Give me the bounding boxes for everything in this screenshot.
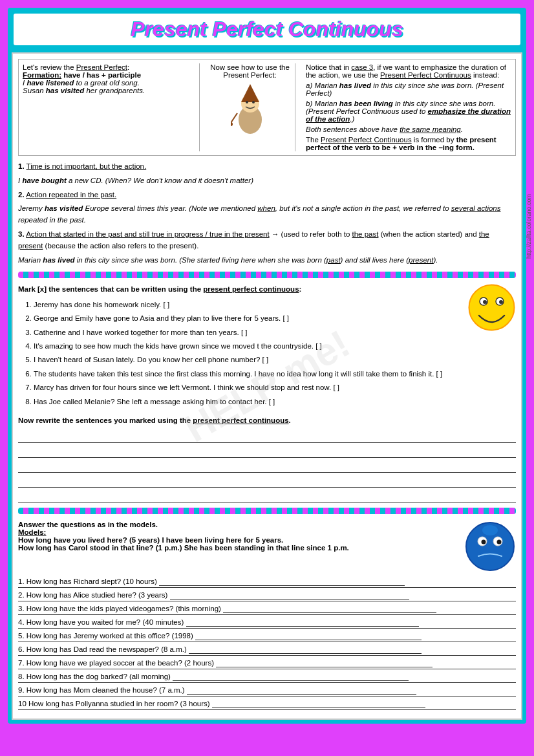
col-mid: Now see how to use the Present Perfect: bbox=[205, 63, 295, 151]
model1: How long have you lived here? (5 years) … bbox=[18, 536, 456, 544]
formation-text: Formation: have / has + participle bbox=[23, 71, 194, 79]
exercise2-content: Answer the questions as in the models. M… bbox=[18, 521, 456, 552]
list-item: 2. How long has Alice studied here? (3 y… bbox=[18, 591, 516, 601]
side-url: http://zallta.colorano.com bbox=[526, 194, 532, 259]
list-item: 1. How long has Richard slept? (10 hours… bbox=[18, 578, 516, 588]
svg-point-16 bbox=[497, 540, 502, 545]
list-item: 10 How long has Pollyanna studied in her… bbox=[18, 700, 516, 710]
list-item: 9. How long has Mom cleaned the house? (… bbox=[18, 686, 516, 697]
models-label: Models: bbox=[18, 528, 456, 536]
list-item: 4. How long have you waited for me? (40 … bbox=[18, 618, 516, 629]
list-item: 6. How long has Dad read the newspaper? … bbox=[18, 645, 516, 656]
list-item: Marcy has driven for four hours since we… bbox=[34, 382, 460, 393]
list-item: Jeremy has done his homework nicely. [ ] bbox=[34, 299, 460, 310]
present-perfect-label: Present Perfect bbox=[76, 63, 127, 71]
grammar-point3-ex: Marian has lived in this city since she … bbox=[18, 255, 516, 266]
svg-marker-2 bbox=[241, 84, 259, 102]
list-item: I haven't heard of Susan lately. Do you … bbox=[34, 354, 460, 365]
svg-point-7 bbox=[469, 285, 515, 330]
exercise2-instruction: Answer the questions as in the models. bbox=[18, 521, 456, 528]
intro-text: Let's review the Present Perfect: bbox=[23, 63, 194, 71]
svg-point-11 bbox=[499, 300, 503, 304]
svg-line-5 bbox=[231, 113, 237, 123]
list-item: 3. How long have the kids played videoga… bbox=[18, 605, 516, 615]
content-area: HELP me! Let's review the Present Perfec… bbox=[12, 52, 522, 720]
svg-point-6 bbox=[231, 122, 233, 126]
example2: Susan has visited her grandparents. bbox=[23, 87, 194, 94]
list-item: 8. How long has the dog barked? (all mor… bbox=[18, 673, 516, 683]
wave-divider bbox=[18, 272, 516, 278]
exercise2-section: Answer the questions as in the models. M… bbox=[18, 521, 516, 710]
list-item: It's amazing to see how much the kids ha… bbox=[34, 340, 460, 352]
write-line[interactable] bbox=[18, 446, 516, 458]
col-left: Let's review the Present Perfect: Format… bbox=[23, 63, 200, 151]
write-line[interactable] bbox=[18, 476, 516, 488]
svg-point-17 bbox=[482, 525, 498, 535]
grammar-point2: 2. Action repeated in the past. bbox=[18, 189, 516, 201]
exercise1-section: Mark [x] the sentences that can be writt… bbox=[18, 283, 516, 503]
mid-text: Now see how to use the Present Perfect: bbox=[210, 63, 290, 79]
example1: I have listened to a great old song. bbox=[23, 79, 194, 87]
write-lines bbox=[18, 431, 516, 502]
right-b: b) Marian has been living in this city s… bbox=[306, 100, 511, 123]
list-item: 7. How long have we played soccer at the… bbox=[18, 659, 516, 669]
model2: How long has Carol stood in that line? (… bbox=[18, 544, 456, 552]
right-a: a) Marian has lived in this city since s… bbox=[306, 81, 511, 97]
title-box: Present Perfect Continuous bbox=[12, 12, 522, 47]
intro-section: Let's review the Present Perfect: Format… bbox=[18, 59, 516, 156]
col-right: Notice that in case 3, if we want to emp… bbox=[301, 63, 511, 151]
write-line[interactable] bbox=[18, 491, 516, 502]
how-long-list: 1. How long has Richard slept? (10 hours… bbox=[18, 578, 516, 710]
exercise1-title: Mark [x] the sentences that can be writt… bbox=[18, 283, 460, 295]
wave-divider2 bbox=[18, 508, 516, 514]
exercise1-content: Mark [x] the sentences that can be writt… bbox=[18, 283, 460, 410]
grammar-section: 1. Time is not important, but the action… bbox=[18, 161, 516, 266]
grammar-point1-ex: I have bought a new CD. (When? We don't … bbox=[18, 175, 516, 187]
right-c: Both sentences above have the same meani… bbox=[306, 125, 511, 133]
outer-container: Present Perfect Continuous HELP me! Let'… bbox=[5, 5, 529, 726]
write-line[interactable] bbox=[18, 461, 516, 473]
list-item: George and Emily have gone to Asia and t… bbox=[34, 312, 460, 324]
page-title: Present Perfect Continuous bbox=[131, 17, 403, 41]
wizard-illustration bbox=[210, 84, 290, 137]
right-d: The Present Perfect Continuous is formed… bbox=[306, 136, 511, 151]
blue-face bbox=[464, 521, 516, 574]
svg-point-10 bbox=[483, 300, 487, 304]
exercise1-list: Jeremy has done his homework nicely. [ ]… bbox=[18, 299, 460, 407]
list-item: 5. How long has Jeremy worked at this of… bbox=[18, 632, 516, 642]
list-item: Has Joe called Melanie? She left a messa… bbox=[34, 396, 460, 407]
grammar-point3: 3. Action that started in the past and s… bbox=[18, 229, 516, 252]
svg-point-3 bbox=[246, 101, 248, 103]
list-item: Catherine and I have worked together for… bbox=[34, 327, 460, 338]
rewrite-instruction: Now rewrite the sentences you marked usi… bbox=[18, 415, 516, 426]
list-item: The students have taken this test since … bbox=[34, 368, 460, 380]
right-notice: Notice that in case 3, if we want to emp… bbox=[306, 63, 511, 79]
svg-point-4 bbox=[252, 101, 255, 103]
write-line[interactable] bbox=[18, 431, 516, 443]
svg-point-15 bbox=[482, 540, 486, 545]
grammar-point2-ex: Jeremy has visited Europe several times … bbox=[18, 203, 516, 226]
smiley-face bbox=[467, 283, 516, 335]
grammar-point1: 1. Time is not important, but the action… bbox=[18, 161, 516, 173]
